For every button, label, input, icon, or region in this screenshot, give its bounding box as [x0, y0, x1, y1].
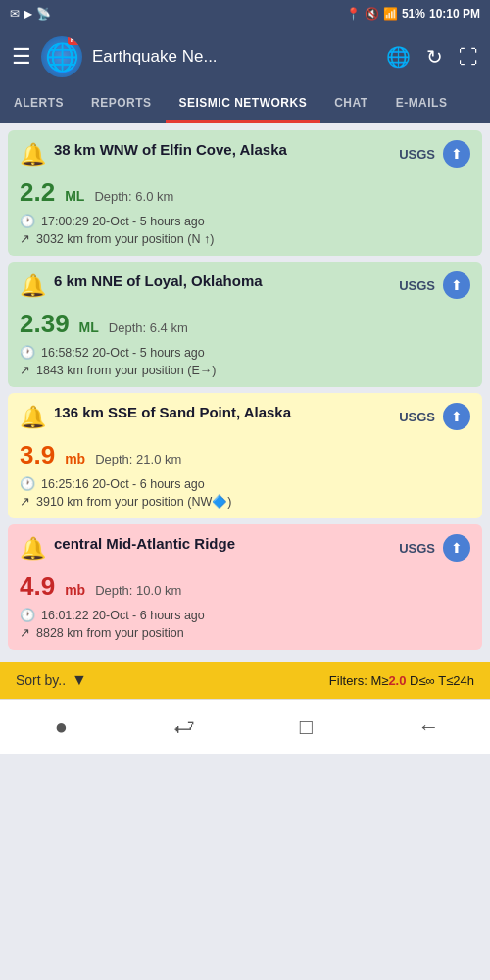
earthquake-card[interactable]: 🔔 central Mid-Atlantic Ridge USGS ⬆ 4.9m…	[8, 524, 482, 650]
share-button[interactable]: ⬆	[443, 403, 470, 430]
quake-title: central Mid-Atlantic Ridge	[54, 534, 235, 554]
magnitude-value: 3.9	[20, 440, 55, 470]
bottom-filter-bar: Sort by.. ▼ Filters: M≥2.0 D≤∞ T≤24h	[0, 662, 490, 699]
nav-overview[interactable]: □	[282, 710, 331, 745]
location-icon: 📍	[346, 7, 361, 21]
earthquake-card[interactable]: 🔔 6 km NNE of Loyal, Oklahoma USGS ⬆ 2.3…	[8, 262, 482, 387]
magnitude-value: 2.39	[20, 309, 70, 339]
quake-title: 6 km NNE of Loyal, Oklahoma	[54, 271, 263, 291]
distance-value: 3032 km from your position (N ↑)	[36, 232, 214, 246]
magnitude-value: 2.2	[20, 177, 55, 208]
clock-icon: 🕐	[20, 214, 35, 228]
share-button[interactable]: ⬆	[443, 271, 470, 299]
nav-home[interactable]: ●	[37, 710, 86, 745]
nav-recent[interactable]: ⮐	[160, 710, 209, 745]
share-button[interactable]: ⬆	[443, 140, 470, 168]
magnitude-type: mb	[65, 582, 85, 598]
play-icon: ▶	[24, 7, 32, 21]
clock-icon: 🕐	[20, 476, 35, 491]
distance-icon: ↗	[20, 625, 30, 640]
status-left-icons: ✉ ▶ 📡	[10, 7, 51, 21]
distance-value: 1843 km from your position (E→)	[36, 364, 216, 377]
clock-icon: 🕐	[20, 608, 35, 622]
distance-icon: ↗	[20, 494, 30, 509]
quake-icon: 🔔	[20, 273, 46, 299]
sort-dropdown-icon[interactable]: ▼	[72, 671, 87, 689]
depth-value: Depth: 21.0 km	[95, 452, 181, 466]
filter-magnitude: 2.0	[388, 673, 406, 688]
earthquake-list: 🔔 38 km WNW of Elfin Cove, Alaska USGS ⬆…	[0, 122, 490, 658]
tab-seismic-networks[interactable]: SEISMIC NETWORKS	[166, 86, 321, 122]
quake-icon: 🔔	[20, 142, 46, 168]
source-badge: USGS	[399, 410, 435, 424]
battery-level: 51%	[402, 7, 425, 21]
header-actions: 🌐 ↻ ⛶	[386, 45, 478, 69]
tab-emails[interactable]: E-MAILS	[382, 86, 462, 122]
distance-value: 3910 km from your position (NW🔷)	[36, 494, 231, 509]
expand-button[interactable]: ⛶	[459, 46, 478, 69]
depth-value: Depth: 6.0 km	[94, 189, 173, 204]
app-header: ☰ Pro Earthquake Ne... 🌐 ↻ ⛶	[0, 27, 490, 86]
wifi-icon: 📶	[383, 7, 398, 21]
time-value: 17:00:29 20-Oct - 5 hours ago	[41, 215, 205, 228]
tab-alerts[interactable]: ALERTS	[0, 86, 77, 122]
share-button[interactable]: ⬆	[443, 534, 470, 562]
quake-icon: 🔔	[20, 536, 46, 562]
distance-icon: ↗	[20, 231, 30, 246]
pro-badge: Pro	[68, 36, 82, 45]
magnitude-type: mb	[65, 451, 85, 466]
nav-back[interactable]: ←	[405, 710, 454, 745]
status-right: 📍 🔇 📶 51% 10:10 PM	[346, 7, 480, 21]
time-value: 16:58:52 20-Oct - 5 hours ago	[41, 346, 205, 360]
tab-reports[interactable]: REPORTS	[77, 86, 166, 122]
refresh-button[interactable]: ↻	[426, 45, 443, 69]
quake-title: 38 km WNW of Elfin Cove, Alaska	[54, 140, 287, 160]
magnitude-type: ML	[65, 188, 84, 204]
time-value: 16:01:22 20-Oct - 6 hours ago	[41, 609, 205, 622]
quake-title: 136 km SSE of Sand Point, Alaska	[54, 403, 291, 422]
source-badge: USGS	[399, 147, 435, 162]
signal-icon: 📡	[36, 7, 51, 21]
filter-prefix: Filters: M≥	[329, 673, 389, 688]
sort-section[interactable]: Sort by.. ▼	[16, 671, 87, 689]
earthquake-card[interactable]: 🔔 136 km SSE of Sand Point, Alaska USGS …	[8, 393, 482, 518]
distance-icon: ↗	[20, 363, 30, 377]
earthquake-card[interactable]: 🔔 38 km WNW of Elfin Cove, Alaska USGS ⬆…	[8, 130, 482, 256]
navigation-bar: ● ⮐ □ ←	[0, 699, 490, 754]
magnitude-value: 4.9	[20, 571, 55, 602]
filter-suffix: D≤∞ T≤24h	[406, 673, 474, 688]
clock-time: 10:10 PM	[429, 7, 480, 21]
distance-value: 8828 km from your position	[36, 626, 184, 640]
filter-text: Filters: M≥2.0 D≤∞ T≤24h	[329, 673, 474, 688]
depth-value: Depth: 6.4 km	[109, 320, 188, 335]
mute-icon: 🔇	[365, 7, 379, 21]
quake-icon: 🔔	[20, 405, 46, 430]
status-bar: ✉ ▶ 📡 📍 🔇 📶 51% 10:10 PM	[0, 0, 490, 27]
depth-value: Depth: 10.0 km	[95, 583, 181, 598]
tab-bar: ALERTS REPORTS SEISMIC NETWORKS CHAT E-M…	[0, 86, 490, 122]
source-badge: USGS	[399, 278, 435, 293]
message-icon: ✉	[10, 7, 20, 21]
time-value: 16:25:16 20-Oct - 6 hours ago	[41, 477, 205, 491]
menu-button[interactable]: ☰	[12, 44, 31, 70]
source-badge: USGS	[399, 541, 435, 556]
clock-icon: 🕐	[20, 345, 35, 360]
globe-button[interactable]: 🌐	[386, 45, 411, 69]
magnitude-type: ML	[79, 319, 99, 335]
tab-chat[interactable]: CHAT	[320, 86, 381, 122]
app-logo: Pro	[41, 36, 82, 77]
app-title: Earthquake Ne...	[92, 47, 376, 67]
sort-label: Sort by..	[16, 672, 66, 688]
